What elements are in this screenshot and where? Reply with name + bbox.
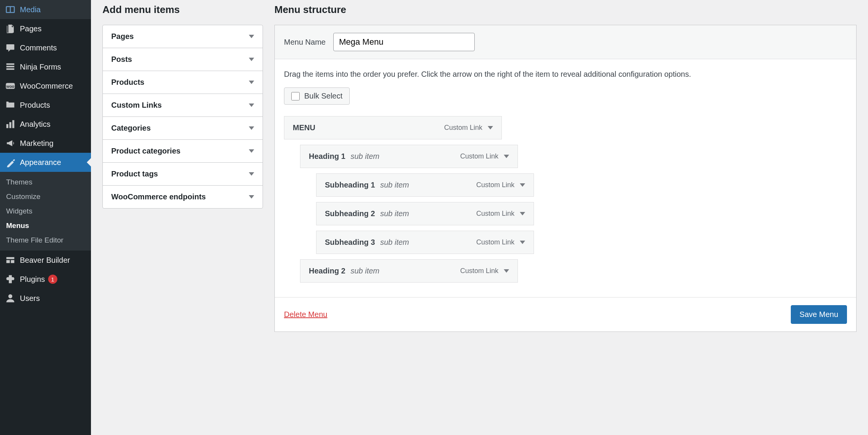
menu-item[interactable]: Subheading 1 sub item Custom Link	[316, 173, 534, 197]
accordion-label: Posts	[111, 55, 132, 64]
users-icon	[5, 293, 15, 303]
menu-structure-panel: Menu Name Drag the items into the order …	[274, 25, 857, 332]
accordion-categories[interactable]: Categories	[103, 117, 263, 140]
menu-item-type: Custom Link	[476, 181, 514, 189]
chevron-down-icon	[249, 81, 254, 84]
menu-item-sources-accordion: Pages Posts Products Custom Links	[102, 25, 263, 209]
comments-icon	[5, 43, 15, 53]
sidebar-item-woocommerce[interactable]: woo WooCommerce	[0, 76, 91, 95]
sidebar-label: Pages	[20, 24, 42, 33]
svg-rect-5	[6, 124, 8, 128]
sidebar-item-analytics[interactable]: Analytics	[0, 115, 91, 134]
sidebar-label: Beaver Builder	[20, 256, 70, 265]
accordion-posts[interactable]: Posts	[103, 48, 263, 71]
accordion-product-tags[interactable]: Product tags	[103, 163, 263, 186]
plugins-update-badge: 1	[48, 275, 57, 284]
accordion-custom-links[interactable]: Custom Links	[103, 94, 263, 117]
chevron-down-icon[interactable]	[520, 183, 525, 187]
chevron-down-icon[interactable]	[504, 269, 509, 273]
plugins-icon	[5, 274, 15, 284]
menu-item[interactable]: MENU Custom Link	[284, 116, 502, 139]
menu-item[interactable]: Heading 2 sub item Custom Link	[300, 259, 518, 283]
admin-sidebar: Media Pages Comments Ninja Forms woo Woo…	[0, 0, 91, 435]
menu-item-title: Subheading 3	[325, 238, 375, 246]
accordion-product-categories[interactable]: Product categories	[103, 140, 263, 163]
sidebar-label: Analytics	[20, 120, 50, 129]
submenu-menus[interactable]: Menus	[0, 218, 91, 233]
chevron-down-icon[interactable]	[504, 155, 509, 158]
chevron-down-icon	[249, 149, 254, 153]
menu-item[interactable]: Heading 1 sub item Custom Link	[300, 145, 518, 168]
menu-item-title: MENU	[293, 123, 315, 132]
menu-structure-title: Menu structure	[274, 4, 857, 16]
sidebar-label: Media	[20, 5, 41, 14]
chevron-down-icon	[249, 35, 254, 38]
accordion-label: Product tags	[111, 170, 158, 178]
menu-item-sub: sub item	[380, 181, 409, 189]
delete-menu-link[interactable]: Delete Menu	[284, 310, 327, 319]
menu-item-type: Custom Link	[460, 267, 498, 275]
appearance-icon	[5, 157, 15, 167]
analytics-icon	[5, 119, 15, 129]
accordion-label: Pages	[111, 32, 134, 41]
chevron-down-icon[interactable]	[488, 126, 493, 129]
chevron-down-icon	[249, 58, 254, 61]
beaver-icon	[5, 255, 15, 265]
accordion-woocommerce-endpoints[interactable]: WooCommerce endpoints	[103, 186, 263, 208]
forms-icon	[5, 62, 15, 72]
save-menu-button[interactable]: Save Menu	[791, 305, 847, 324]
panel-footer: Delete Menu Save Menu	[275, 297, 856, 332]
svg-rect-0	[6, 63, 15, 65]
sidebar-item-beaver-builder[interactable]: Beaver Builder	[0, 251, 91, 270]
menu-item-sub: sub item	[380, 209, 409, 218]
accordion-label: WooCommerce endpoints	[111, 192, 206, 201]
woo-icon: woo	[5, 81, 15, 91]
submenu-widgets[interactable]: Widgets	[0, 204, 91, 218]
menu-item-title: Heading 2	[309, 267, 346, 275]
chevron-down-icon[interactable]	[520, 241, 525, 244]
menu-tree: MENU Custom Link Heading 1 s	[284, 116, 847, 283]
accordion-label: Categories	[111, 124, 151, 133]
menu-item-sub: sub item	[350, 152, 380, 160]
svg-rect-8	[6, 257, 15, 259]
submenu-customize[interactable]: Customize	[0, 189, 91, 204]
panel-header: Menu Name	[275, 25, 856, 59]
menu-item-title: Subheading 1	[325, 181, 375, 189]
submenu-themes[interactable]: Themes	[0, 175, 91, 189]
sidebar-label: Products	[20, 101, 50, 110]
instructions-text: Drag the items into the order you prefer…	[284, 68, 847, 80]
sidebar-label: Comments	[20, 44, 57, 52]
sidebar-label: Users	[20, 294, 40, 303]
bulk-select-toggle[interactable]: Bulk Select	[284, 87, 350, 105]
sidebar-item-appearance[interactable]: Appearance	[0, 153, 91, 172]
menu-item[interactable]: Subheading 3 sub item Custom Link	[316, 231, 534, 254]
menu-name-input[interactable]	[333, 33, 475, 51]
menu-name-label: Menu Name	[284, 38, 326, 47]
chevron-down-icon[interactable]	[520, 212, 525, 215]
sidebar-item-plugins[interactable]: Plugins 1	[0, 270, 91, 289]
accordion-pages[interactable]: Pages	[103, 25, 263, 48]
sidebar-label: Marketing	[20, 139, 54, 148]
sidebar-item-media[interactable]: Media	[0, 0, 91, 19]
appearance-submenu: Themes Customize Widgets Menus Theme Fil…	[0, 172, 91, 251]
sidebar-item-ninja-forms[interactable]: Ninja Forms	[0, 57, 91, 76]
sidebar-item-comments[interactable]: Comments	[0, 38, 91, 57]
sidebar-item-users[interactable]: Users	[0, 289, 91, 308]
menu-item-title: Subheading 2	[325, 209, 375, 218]
bulk-select-checkbox[interactable]	[291, 92, 300, 100]
submenu-theme-file-editor[interactable]: Theme File Editor	[0, 233, 91, 247]
svg-rect-7	[12, 120, 14, 128]
sidebar-label: WooCommerce	[20, 82, 73, 91]
accordion-products[interactable]: Products	[103, 71, 263, 94]
sidebar-item-pages[interactable]: Pages	[0, 19, 91, 38]
menu-item-sub: sub item	[350, 267, 380, 275]
add-menu-items-title: Add menu items	[102, 4, 263, 16]
menu-item-sub: sub item	[380, 238, 409, 246]
menu-item[interactable]: Subheading 2 sub item Custom Link	[316, 202, 534, 225]
sidebar-item-marketing[interactable]: Marketing	[0, 134, 91, 153]
sidebar-label: Ninja Forms	[20, 63, 61, 71]
svg-rect-9	[6, 260, 10, 263]
menu-item-type: Custom Link	[476, 210, 514, 218]
svg-rect-6	[9, 122, 11, 128]
sidebar-item-products[interactable]: Products	[0, 95, 91, 115]
